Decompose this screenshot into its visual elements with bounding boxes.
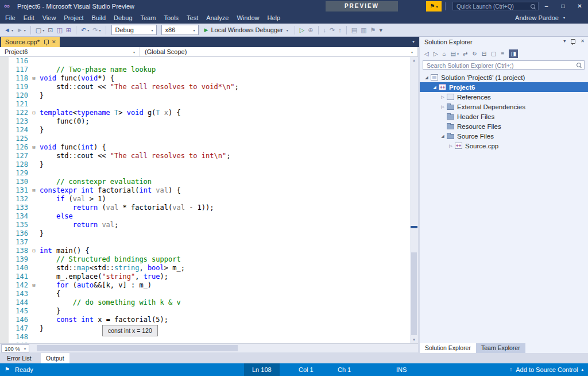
breakpoint-margin[interactable] [0,57,9,343]
document-list-icon[interactable]: ▾ [412,39,415,44]
menu-team[interactable]: Team [137,13,160,24]
close-button[interactable]: ✕ [571,0,588,13]
menu-window[interactable]: Window [233,13,263,24]
close-panel-icon[interactable]: ✕ [581,39,585,44]
add-to-source-control-button[interactable]: ↑ Add to Source Control ▴ [509,363,583,376]
zoom-value: 100 % [5,346,20,352]
horizontal-scrollbar-thumb[interactable] [37,345,238,351]
scroll-up-icon[interactable]: ▴ [410,58,418,63]
tab-team-explorer[interactable]: Team Explorer [476,343,525,353]
save-icon[interactable]: ◫ [56,26,62,34]
fold-marker-icon[interactable]: ⊟ [28,143,40,152]
solution-explorer-search-input[interactable]: Search Solution Explorer (Ctrl+;) [423,60,585,70]
navigate-back-icon-caret[interactable]: ▾ [11,28,13,32]
menu-help[interactable]: Help [264,13,285,24]
switch-views-icon[interactable]: ▤ [450,50,455,57]
tree-item-solution-project6-1-project[interactable]: ◢Solution 'Project6' (1 project) [420,72,588,82]
toolbar-options-icon[interactable]: ▾ [379,26,382,34]
pin-icon[interactable] [44,40,49,44]
start-without-debugging-icon[interactable]: ▷ [300,26,304,34]
menu-tools[interactable]: Tools [160,13,183,24]
tab-solution-explorer[interactable]: Solution Explorer [420,343,476,353]
caret-position-marker [411,226,417,228]
pin-icon[interactable] [571,39,575,44]
show-all-files-icon[interactable]: ▢ [491,50,496,57]
expander-icon[interactable]: ◢ [439,134,446,139]
feedback-button[interactable]: ⚑ ▾ [426,1,442,11]
user-menu[interactable]: Andrew Pardoe ▾ [515,13,565,24]
fold-marker-icon[interactable]: ⊟ [28,74,40,83]
tab-source-cpp[interactable]: Source.cpp* ✕ [1,37,60,47]
expander-icon[interactable]: ▷ [439,105,446,109]
undo-icon-caret[interactable]: ▾ [87,28,89,32]
code-editor[interactable]: 116117 // Two-phase name lookup118⊟void … [0,57,410,343]
menu-file[interactable]: File [1,13,20,24]
tree-item-references[interactable]: ▷References [420,92,588,102]
uncomment-icon[interactable]: ▥ [361,26,366,34]
redo-icon[interactable]: ↷ [92,26,98,34]
step-out-icon[interactable]: ↑ [338,26,342,34]
tree-item-project6[interactable]: ◢++Project6 [420,82,588,92]
open-file-icon[interactable]: ⊡ [48,26,53,34]
menu-debug[interactable]: Debug [110,13,136,24]
collapse-all-icon[interactable]: ⊟ [482,50,486,57]
menu-view[interactable]: View [38,13,60,24]
new-file-icon[interactable]: ▢ [36,26,41,34]
refresh-icon[interactable]: ↻ [472,50,477,57]
restore-button[interactable]: □ [555,0,571,13]
minimize-button[interactable]: – [538,0,555,13]
menu-edit[interactable]: Edit [20,13,38,24]
menu-test[interactable]: Test [183,13,202,24]
tree-item-source-cpp[interactable]: ▷++Source.cpp [420,141,588,151]
tab-output[interactable]: Output [41,353,69,363]
expander-icon[interactable]: ▷ [447,144,454,148]
scope-dropdown[interactable]: (Global Scope) ▾ [140,47,418,56]
tree-item-label: Project6 [449,84,475,91]
navigate-forward-icon[interactable]: ▷ [434,50,438,57]
step-over-icon[interactable]: ↷ [330,26,335,34]
start-debugging-button[interactable]: ▶ Local Windows Debugger ▾ [204,26,288,33]
scrollbar-thumb[interactable] [411,252,417,335]
save-all-icon[interactable]: ⊞ [66,26,71,34]
bookmark-icon[interactable]: ⚑ [370,26,376,34]
window-position-icon[interactable]: ▾ [563,39,566,44]
sync-with-active-document-icon[interactable]: ⇄ [463,50,467,57]
preview-selected-items-icon[interactable]: ◨ [509,49,517,58]
solution-platforms-dropdown[interactable]: x86 ▾ [161,25,199,35]
expander-icon[interactable]: ◢ [423,75,430,80]
expander-icon[interactable]: ◢ [431,85,438,90]
navigate-back-icon[interactable]: ◄ [4,26,10,34]
comment-icon[interactable]: ▤ [351,26,357,34]
menu-build[interactable]: Build [88,13,110,24]
navigate-back-icon[interactable]: ◁ [424,50,429,57]
menu-project[interactable]: Project [60,13,87,24]
tree-item-resource-files[interactable]: Resource Files [420,121,588,131]
attach-to-process-icon[interactable]: ⊕ [308,26,313,34]
undo-icon[interactable]: ↶ [81,26,86,34]
solution-configurations-dropdown[interactable]: Debug ▾ [111,25,157,35]
navigate-forward-icon-caret[interactable]: ▾ [24,28,26,32]
fold-marker-icon[interactable]: ⊟ [28,186,40,195]
scroll-down-icon[interactable]: ▾ [410,337,418,342]
fold-marker-icon[interactable]: ⊟ [28,281,40,290]
new-file-icon-caret[interactable]: ▾ [42,28,44,32]
tree-item-header-files[interactable]: Header Files [420,112,588,121]
close-tab-icon[interactable]: ✕ [52,39,56,45]
redo-icon-caret[interactable]: ▾ [99,28,101,32]
navigate-forward-icon[interactable]: ► [17,26,23,34]
fold-marker-icon[interactable]: ⊟ [28,109,40,117]
editor-vertical-scrollbar[interactable]: ▴ ▾ [410,57,418,343]
zoom-control[interactable]: 100 % ▾ [1,344,29,352]
tab-error-list[interactable]: Error List [2,353,37,363]
tree-item-external-dependencies[interactable]: ▷External Dependencies [420,102,588,112]
quick-launch-input[interactable]: Quick Launch (Ctrl+Q) [452,2,539,10]
properties-icon[interactable]: ≡ [501,50,505,57]
fold-marker-icon[interactable]: ⊟ [28,247,40,255]
expander-icon[interactable]: ▷ [439,95,446,99]
switch-views-icon-caret[interactable]: ▾ [457,52,459,56]
project-dropdown[interactable]: Project6 ▾ [0,47,140,56]
menu-analyze[interactable]: Analyze [202,13,233,24]
home-icon[interactable]: ⌂ [442,50,446,57]
tree-item-source-files[interactable]: ◢Source Files [420,131,588,141]
step-into-icon[interactable]: ↓ [323,26,327,34]
